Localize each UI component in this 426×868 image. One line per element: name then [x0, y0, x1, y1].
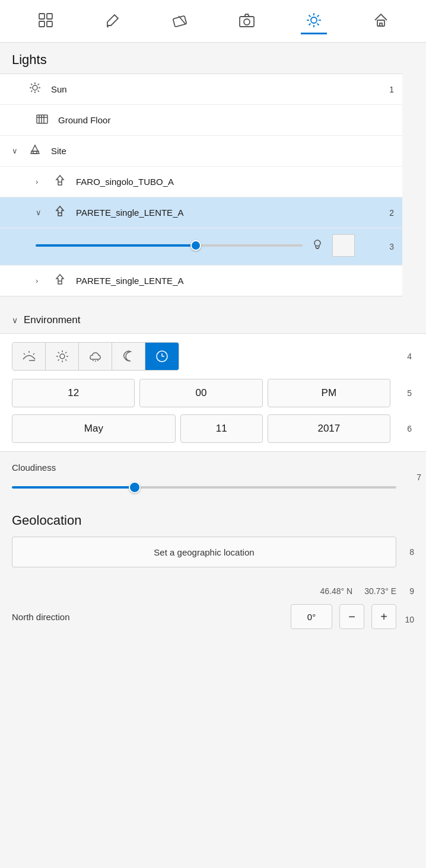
brush-icon[interactable]	[100, 8, 126, 34]
day-field[interactable]: 11	[180, 414, 263, 443]
svg-rect-18	[380, 23, 382, 26]
svg-line-27	[31, 91, 32, 92]
list-item-ground-floor[interactable]: Ground Floor	[0, 105, 402, 136]
list-item-sun[interactable]: Sun 1	[0, 74, 402, 105]
environment-header[interactable]: ∨ Environment	[0, 307, 426, 333]
lights-title: Lights	[0, 43, 402, 74]
time-fields-wrap: 12 00 PM 5	[12, 379, 414, 407]
camera-icon[interactable]	[234, 8, 260, 34]
toolbar	[0, 0, 426, 43]
svg-line-14	[317, 24, 319, 25]
svg-line-52	[58, 352, 59, 353]
svg-rect-0	[39, 14, 44, 19]
home-icon[interactable]	[368, 8, 394, 34]
north-minus-btn[interactable]: −	[339, 604, 364, 629]
slider-track	[36, 244, 303, 247]
slider-thumb[interactable]	[190, 240, 201, 251]
year-field[interactable]: 2017	[268, 414, 390, 443]
env-chevron: ∨	[12, 315, 18, 325]
sun-item-icon	[28, 81, 45, 97]
time-number: 5	[407, 388, 412, 398]
moon-preset-btn[interactable]	[112, 343, 145, 370]
svg-point-47	[60, 354, 65, 359]
ground-floor-label: Ground Floor	[58, 115, 390, 125]
svg-point-56	[93, 360, 94, 361]
svg-line-55	[58, 359, 59, 360]
svg-line-25	[38, 91, 39, 92]
svg-line-53	[65, 359, 66, 360]
minute-field[interactable]: 00	[139, 379, 262, 407]
color-picker[interactable]	[332, 234, 355, 257]
main-panel: Lights	[0, 43, 426, 868]
svg-point-58	[97, 360, 98, 361]
presets-number: 4	[407, 352, 412, 361]
svg-line-16	[309, 24, 310, 25]
sun-preset-btn[interactable]	[46, 343, 79, 370]
svg-line-15	[317, 15, 319, 17]
north-value-box[interactable]: 0°	[291, 604, 332, 629]
cloudiness-label: Cloudiness	[12, 462, 396, 473]
set-location-button[interactable]: Set a geographic location	[12, 537, 396, 567]
svg-point-8	[311, 17, 317, 23]
svg-rect-34	[33, 151, 37, 154]
ampm-field[interactable]: PM	[268, 379, 390, 407]
eraser-icon[interactable]	[167, 8, 193, 34]
cloud-thumb[interactable]	[129, 481, 141, 493]
list-item-faro[interactable]: › FARO_singolo_TUBO_A	[0, 167, 402, 197]
geolocation-section: Geolocation Set a geographic location 8 …	[0, 502, 426, 641]
lights-section: Lights	[0, 43, 426, 296]
svg-point-7	[244, 19, 250, 25]
hour-field[interactable]: 12	[12, 379, 135, 407]
list-item-site[interactable]: ∨ Site	[0, 136, 402, 167]
svg-line-45	[33, 353, 34, 355]
app-container: Lights	[0, 0, 426, 868]
svg-marker-37	[56, 206, 63, 216]
north-direction-label: North direction	[12, 612, 284, 622]
svg-rect-2	[39, 21, 44, 27]
presets-row: 4	[12, 342, 414, 371]
brightness-slider[interactable]	[36, 239, 303, 252]
svg-line-13	[309, 15, 310, 17]
site-label: Site	[51, 146, 390, 156]
svg-line-54	[65, 352, 66, 353]
sunrise-preset-btn[interactable]	[12, 343, 46, 370]
geo-button-wrap: Set a geographic location 8	[12, 537, 396, 567]
bulb-icon	[311, 238, 324, 254]
site-icon	[28, 143, 45, 159]
svg-marker-41	[56, 275, 63, 284]
svg-point-19	[33, 85, 37, 90]
clock-preset-btn[interactable]	[145, 343, 179, 370]
list-item-parete-selected[interactable]: ∨ PARETE_single_LENTE_A 2	[0, 197, 402, 228]
date-fields-wrap: May 11 2017 6	[12, 414, 414, 443]
faro-label: FARO_singolo_TUBO_A	[76, 177, 390, 187]
environment-title: Environment	[24, 314, 80, 326]
svg-line-44	[24, 353, 25, 355]
chevron-site: ∨	[12, 146, 26, 155]
latitude-display: 46.48° N	[320, 586, 352, 596]
list-item-parete-2[interactable]: › PARETE_single_LENTE_A	[0, 266, 402, 296]
cloudiness-slider[interactable]	[12, 481, 396, 494]
parete-selected-label: PARETE_single_LENTE_A	[76, 208, 390, 218]
sun-lights-icon[interactable]	[301, 8, 327, 34]
svg-rect-28	[37, 115, 47, 123]
svg-point-39	[314, 240, 320, 246]
coords-number: 9	[409, 586, 414, 596]
time-presets	[12, 342, 179, 371]
svg-rect-3	[47, 21, 52, 27]
chevron-parete-2: ›	[36, 276, 50, 285]
date-fields: May 11 2017	[12, 414, 390, 443]
parete-selected-number: 2	[389, 208, 394, 218]
parete-2-icon	[53, 273, 70, 289]
tools-icon[interactable]	[33, 8, 59, 34]
coords-row: 46.48° N 30.73° E 9	[12, 578, 396, 604]
north-plus-btn[interactable]: +	[371, 604, 396, 629]
longitude-display: 30.73° E	[364, 586, 396, 596]
sun-number: 1	[389, 85, 394, 94]
month-field[interactable]: May	[12, 414, 176, 443]
cloud-preset-btn[interactable]	[79, 343, 112, 370]
ground-floor-icon	[36, 112, 52, 128]
svg-marker-35	[56, 175, 63, 185]
slider-row: 3	[0, 228, 402, 266]
lights-list: Sun 1 Ground Floor	[0, 74, 402, 296]
svg-line-24	[31, 84, 32, 85]
